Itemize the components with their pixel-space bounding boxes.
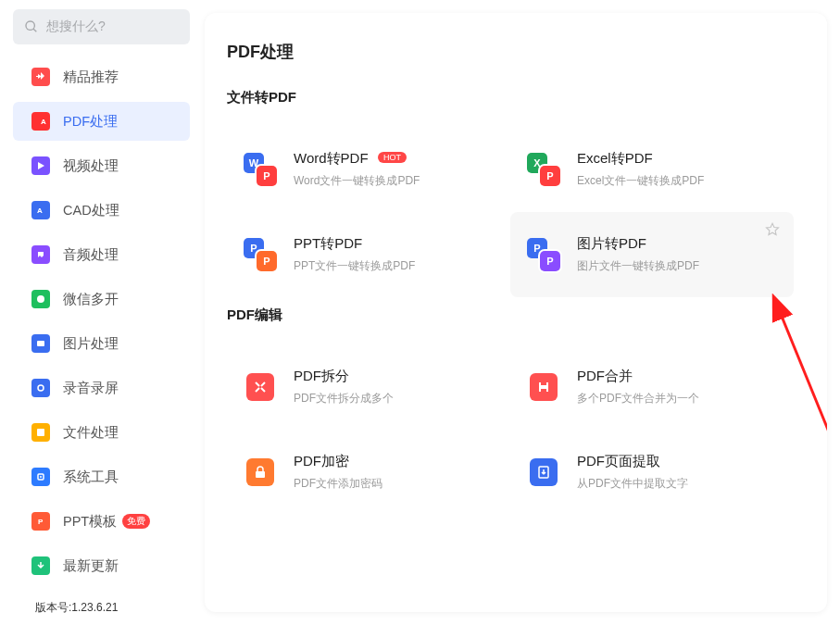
search-icon bbox=[24, 19, 39, 34]
tool-icon bbox=[530, 373, 558, 401]
nav-icon bbox=[31, 468, 50, 486]
tool-card[interactable]: PDF加密 PDF文件添加密码 bbox=[227, 430, 510, 515]
sidebar-item-9[interactable]: 系统工具 bbox=[13, 457, 190, 496]
sidebar: 想搜什么? 精品推荐 A PDF处理 视频处理 A CAD处理 音频处理 微信多… bbox=[0, 0, 199, 625]
nav-label: 视频处理 bbox=[63, 157, 119, 175]
tool-icon: X P bbox=[527, 153, 560, 186]
sidebar-item-8[interactable]: 文件处理 bbox=[13, 413, 190, 452]
card-title: Excel转PDF bbox=[577, 150, 653, 168]
svg-text:A: A bbox=[37, 206, 43, 215]
sidebar-item-5[interactable]: 微信多开 bbox=[13, 280, 190, 319]
main: PDF处理 文件转PDF W P Word转PDF HOT Word文件一键转换… bbox=[199, 0, 840, 625]
svg-point-3 bbox=[37, 295, 44, 303]
tool-card[interactable]: W P Word转PDF HOT Word文件一键转换成PDF bbox=[227, 127, 510, 212]
sidebar-nav: 精品推荐 A PDF处理 视频处理 A CAD处理 音频处理 微信多开 图片处理… bbox=[13, 57, 190, 594]
card-title: PDF页面提取 bbox=[577, 453, 660, 470]
nav-icon bbox=[31, 156, 50, 175]
card-subtitle: Excel文件一键转换成PDF bbox=[577, 173, 777, 189]
sidebar-item-2[interactable]: 视频处理 bbox=[13, 146, 190, 185]
nav-label: 文件处理 bbox=[63, 424, 119, 442]
nav-label: 微信多开 bbox=[63, 291, 119, 308]
nav-label: 最新更新 bbox=[63, 557, 119, 575]
content-panel: PDF处理 文件转PDF W P Word转PDF HOT Word文件一键转换… bbox=[205, 13, 827, 612]
nav-icon bbox=[31, 556, 50, 575]
card-title: PPT转PDF bbox=[294, 235, 362, 253]
card-title: PDF加密 bbox=[294, 453, 349, 470]
sidebar-item-0[interactable]: 精品推荐 bbox=[13, 57, 190, 96]
tool-icon bbox=[530, 458, 558, 486]
svg-point-5 bbox=[38, 385, 44, 391]
card-title: Word转PDF bbox=[294, 150, 369, 168]
svg-rect-6 bbox=[37, 429, 44, 436]
nav-icon bbox=[31, 334, 50, 353]
sidebar-item-10[interactable]: P PPT模板 免费 bbox=[13, 502, 190, 541]
sidebar-item-11[interactable]: 最新更新 bbox=[13, 546, 190, 585]
tool-icon: P P bbox=[244, 238, 277, 271]
tool-card[interactable]: P P 图片转PDF 图片文件一键转换成PDF bbox=[510, 212, 794, 297]
nav-icon bbox=[31, 290, 50, 308]
card-title: 图片转PDF bbox=[577, 235, 646, 253]
card-subtitle: PPT文件一键转换成PDF bbox=[294, 258, 494, 274]
section-title: PDF编辑 bbox=[227, 306, 805, 324]
card-subtitle: 从PDF文件中提取文字 bbox=[577, 476, 777, 492]
sections-container: 文件转PDF W P Word转PDF HOT Word文件一键转换成PDF X… bbox=[227, 89, 805, 515]
nav-label: CAD处理 bbox=[63, 202, 119, 219]
tool-card[interactable]: PDF合并 多个PDF文件合并为一个 bbox=[510, 344, 794, 430]
section-title: 文件转PDF bbox=[227, 89, 805, 106]
sidebar-item-1[interactable]: A PDF处理 bbox=[13, 102, 190, 141]
sidebar-item-7[interactable]: 录音录屏 bbox=[13, 369, 190, 407]
nav-icon bbox=[31, 423, 50, 442]
search-placeholder: 想搜什么? bbox=[46, 19, 106, 35]
star-icon[interactable] bbox=[764, 221, 781, 238]
svg-rect-10 bbox=[256, 471, 265, 478]
nav-badge: 免费 bbox=[122, 514, 150, 529]
nav-label: 精品推荐 bbox=[63, 69, 119, 86]
nav-label: 音频处理 bbox=[63, 246, 119, 264]
page-title: PDF处理 bbox=[227, 41, 805, 63]
nav-icon: A bbox=[31, 201, 50, 219]
tool-icon bbox=[246, 373, 274, 401]
nav-icon bbox=[31, 245, 50, 264]
card-grid: W P Word转PDF HOT Word文件一键转换成PDF X P Exce… bbox=[227, 127, 805, 297]
svg-text:P: P bbox=[38, 518, 44, 526]
card-subtitle: 多个PDF文件合并为一个 bbox=[577, 391, 777, 406]
card-grid: PDF拆分 PDF文件拆分成多个 PDF合并 多个PDF文件合并为一个 PDF加… bbox=[227, 344, 805, 515]
card-subtitle: PDF文件添加密码 bbox=[294, 476, 494, 492]
nav-label: 录音录屏 bbox=[63, 380, 119, 397]
tool-icon bbox=[246, 458, 274, 486]
nav-label: 图片处理 bbox=[63, 335, 119, 353]
tool-icon: W P bbox=[244, 153, 277, 186]
svg-marker-1 bbox=[38, 162, 44, 169]
tool-icon: P P bbox=[527, 238, 560, 271]
hot-badge: HOT bbox=[378, 152, 407, 163]
nav-label: 系统工具 bbox=[63, 469, 119, 486]
tool-card[interactable]: P P PPT转PDF PPT文件一键转换成PDF bbox=[227, 212, 510, 297]
nav-icon: A bbox=[31, 112, 50, 131]
sidebar-item-3[interactable]: A CAD处理 bbox=[13, 191, 190, 230]
tool-card[interactable]: X P Excel转PDF Excel文件一键转换成PDF bbox=[510, 127, 794, 212]
sidebar-item-6[interactable]: 图片处理 bbox=[13, 324, 190, 363]
nav-icon bbox=[31, 379, 50, 397]
search-input[interactable]: 想搜什么? bbox=[13, 9, 190, 44]
svg-rect-4 bbox=[37, 341, 44, 346]
card-subtitle: 图片文件一键转换成PDF bbox=[577, 258, 777, 274]
nav-icon: P bbox=[31, 512, 50, 531]
version-label: 版本号:1.23.6.21 bbox=[13, 600, 190, 616]
svg-point-8 bbox=[40, 476, 42, 478]
card-title: PDF拆分 bbox=[294, 368, 349, 385]
card-subtitle: Word文件一键转换成PDF bbox=[294, 173, 494, 189]
card-subtitle: PDF文件拆分成多个 bbox=[294, 391, 494, 406]
sidebar-item-4[interactable]: 音频处理 bbox=[13, 235, 190, 274]
svg-text:A: A bbox=[41, 118, 46, 126]
tool-card[interactable]: PDF页面提取 从PDF文件中提取文字 bbox=[510, 430, 794, 515]
card-title: PDF合并 bbox=[577, 368, 633, 385]
tool-card[interactable]: PDF拆分 PDF文件拆分成多个 bbox=[227, 344, 510, 430]
nav-label: PPT模板 bbox=[63, 513, 117, 531]
nav-icon bbox=[31, 68, 50, 86]
nav-label: PDF处理 bbox=[63, 113, 118, 131]
